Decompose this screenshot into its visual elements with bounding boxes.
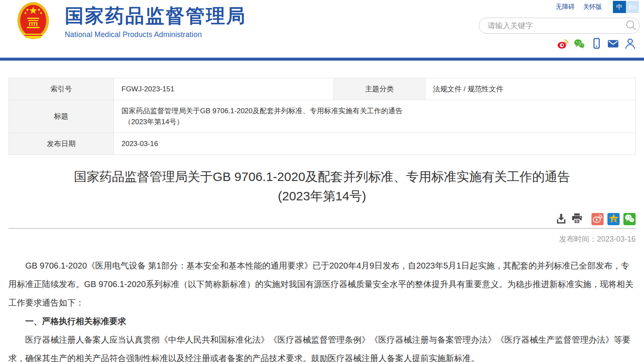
share-qzone-button[interactable] xyxy=(607,213,620,225)
table-row: 发布日期 2023-03-16 xyxy=(9,133,636,155)
care-version-link[interactable]: 关怀版 xyxy=(583,3,602,11)
national-emblem-icon xyxy=(17,2,50,43)
title-label: 标题 xyxy=(9,100,114,133)
site-logo[interactable]: 国家药品监督管理局 National Medical Products Admi… xyxy=(17,2,246,43)
article-title-line2: (2023年第14号) xyxy=(8,186,636,206)
accessibility-link[interactable]: 无障碍 xyxy=(556,3,575,11)
site-header: 国家药品监督管理局 National Medical Products Admi… xyxy=(0,0,644,58)
topic-category-value: 法规文件 / 规范性文件 xyxy=(425,78,636,100)
search-button[interactable] xyxy=(623,18,639,33)
language-switch: 中 En xyxy=(613,1,639,13)
download-button[interactable] xyxy=(555,213,567,225)
section-1-heading: 一、严格执行相关标准要求 xyxy=(8,312,636,330)
print-icon xyxy=(571,213,583,225)
header-top-right: 无障碍 关怀版 中 En xyxy=(556,1,639,13)
print-button[interactable] xyxy=(571,213,583,225)
lang-zh-button[interactable]: 中 xyxy=(613,1,626,13)
publish-date-value: 2023-03-16 xyxy=(114,133,636,155)
site-name-cn: 国家药品监督管理局 xyxy=(65,4,246,28)
search-input[interactable] xyxy=(479,21,623,30)
main-content: 索引号 FGWJ-2023-151 主题分类 法规文件 / 规范性文件 标题 国… xyxy=(0,78,644,362)
table-row: 索引号 FGWJ-2023-151 主题分类 法规文件 / 规范性文件 xyxy=(9,78,636,100)
header-social-row xyxy=(557,38,636,49)
user-icon[interactable] xyxy=(624,38,636,49)
title-value-line1: 国家药品监督管理局关于GB 9706.1-2020及配套并列标准、专用标准实施有… xyxy=(121,106,635,117)
weibo-icon[interactable] xyxy=(557,38,568,49)
search-icon xyxy=(625,19,637,32)
article-toolbar xyxy=(8,213,636,225)
article-title: 国家药品监督管理局关于GB 9706.1-2020及配套并列标准、专用标准实施有… xyxy=(8,167,636,206)
wechat-icon[interactable] xyxy=(574,38,585,49)
lang-en-button[interactable]: En xyxy=(626,1,639,13)
site-search xyxy=(479,18,640,34)
index-number-value: FGWJ-2023-151 xyxy=(114,78,334,100)
article-title-line1: 国家药品监督管理局关于GB 9706.1-2020及配套并列标准、专用标准实施有… xyxy=(8,167,636,186)
article-body: GB 9706.1-2020《医用电气设备 第1部分：基本安全和基本性能的通用要… xyxy=(8,256,636,362)
document-info-table: 索引号 FGWJ-2023-151 主题分类 法规文件 / 规范性文件 标题 国… xyxy=(8,78,636,155)
share-wechat-button[interactable] xyxy=(623,213,636,225)
mobile-icon[interactable] xyxy=(591,38,602,49)
mail-icon[interactable] xyxy=(607,38,619,49)
share-weibo-button[interactable] xyxy=(591,213,604,225)
table-row: 标题 国家药品监督管理局关于GB 9706.1-2020及配套并列标准、专用标准… xyxy=(9,100,636,133)
share-weibo-icon xyxy=(593,214,602,224)
title-value-line2: （2023年第14号） xyxy=(121,117,635,128)
topic-category-label: 主题分类 xyxy=(334,78,425,100)
publish-date-label: 发布日期 xyxy=(9,133,114,155)
download-icon xyxy=(556,213,567,225)
index-number-label: 索引号 xyxy=(9,78,114,100)
title-divider xyxy=(8,228,636,229)
article-paragraph-2: 医疗器械注册人备案人应当认真贯彻《中华人民共和国标准化法》《医疗器械监督管理条例… xyxy=(8,330,636,362)
title-value: 国家药品监督管理局关于GB 9706.1-2020及配套并列标准、专用标准实施有… xyxy=(114,100,636,133)
share-wechat-icon xyxy=(625,214,635,224)
site-name-en: National Medical Products Administration xyxy=(65,30,246,39)
share-qzone-icon xyxy=(609,213,619,225)
article-paragraph-1: GB 9706.1-2020《医用电气设备 第1部分：基本安全和基本性能的通用要… xyxy=(8,256,636,312)
header-accent-bar xyxy=(0,58,644,61)
publish-time: 发布时间：2023-03-16 xyxy=(8,234,636,244)
